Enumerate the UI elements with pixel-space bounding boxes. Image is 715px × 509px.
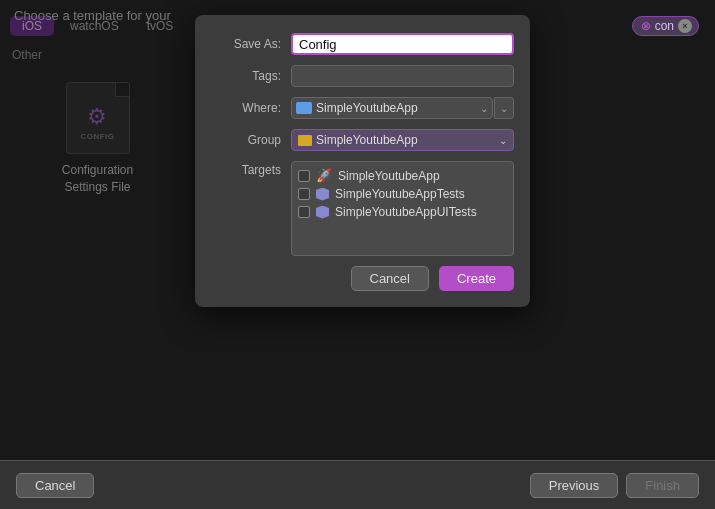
- dialog-buttons: Cancel Create: [211, 266, 514, 291]
- save-as-label: Save As:: [211, 37, 281, 51]
- where-label: Where:: [211, 101, 281, 115]
- targets-section: Targets 🚀 SimpleYoutubeApp SimpleYoutube…: [211, 161, 514, 256]
- dialog-create-button[interactable]: Create: [439, 266, 514, 291]
- target-1-icon: 🚀: [316, 168, 332, 183]
- targets-empty-space: [298, 221, 507, 251]
- folder-icon: [296, 102, 312, 114]
- group-value: SimpleYoutubeApp: [316, 133, 495, 147]
- chevron-down-icon: ⌄: [500, 103, 508, 114]
- group-select[interactable]: SimpleYoutubeApp ⌄: [291, 129, 514, 151]
- search-box[interactable]: ⊗ con ×: [632, 16, 699, 36]
- group-label: Group: [211, 133, 281, 147]
- where-expand-button[interactable]: ⌄: [494, 97, 514, 119]
- target-item-1[interactable]: 🚀 SimpleYoutubeApp: [298, 166, 507, 185]
- target-item-2[interactable]: SimpleYoutubeAppTests: [298, 185, 507, 203]
- bottom-cancel-button[interactable]: Cancel: [16, 473, 94, 498]
- target-1-checkbox[interactable]: [298, 170, 310, 182]
- group-chevron-down-icon: ⌄: [499, 135, 507, 146]
- target-3-checkbox[interactable]: [298, 206, 310, 218]
- bottom-bar: Cancel Previous Finish: [0, 460, 715, 509]
- target-2-label: SimpleYoutubeAppTests: [335, 187, 465, 201]
- targets-list: 🚀 SimpleYoutubeApp SimpleYoutubeAppTests…: [291, 161, 514, 256]
- where-value: SimpleYoutubeApp: [316, 101, 476, 115]
- save-as-input[interactable]: [291, 33, 514, 55]
- group-row: Group SimpleYoutubeApp ⌄: [211, 129, 514, 151]
- target-item-3[interactable]: SimpleYoutubeAppUITests: [298, 203, 507, 221]
- shield-icon: [316, 188, 329, 201]
- finish-button: Finish: [626, 473, 699, 498]
- save-dialog: Save As: Tags: Where: SimpleYoutubeApp ⌄…: [195, 15, 530, 307]
- search-icon: ⊗: [641, 19, 651, 33]
- save-as-row: Save As:: [211, 33, 514, 55]
- search-value: con: [655, 19, 674, 33]
- tags-row: Tags:: [211, 65, 514, 87]
- tags-input[interactable]: [291, 65, 514, 87]
- target-3-label: SimpleYoutubeAppUITests: [335, 205, 477, 219]
- previous-button[interactable]: Previous: [530, 473, 619, 498]
- where-row: Where: SimpleYoutubeApp ⌄ ⌄: [211, 97, 514, 119]
- where-chevron-down-icon: ⌄: [480, 103, 488, 114]
- target-2-checkbox[interactable]: [298, 188, 310, 200]
- bottom-right-buttons: Previous Finish: [530, 473, 699, 498]
- shield-icon-2: [316, 206, 329, 219]
- dialog-cancel-button[interactable]: Cancel: [351, 266, 429, 291]
- search-clear-button[interactable]: ×: [678, 19, 692, 33]
- where-select[interactable]: SimpleYoutubeApp ⌄: [291, 97, 493, 119]
- target-1-label: SimpleYoutubeApp: [338, 169, 440, 183]
- tags-label: Tags:: [211, 69, 281, 83]
- group-folder-icon: [298, 135, 312, 146]
- targets-label: Targets: [211, 161, 281, 177]
